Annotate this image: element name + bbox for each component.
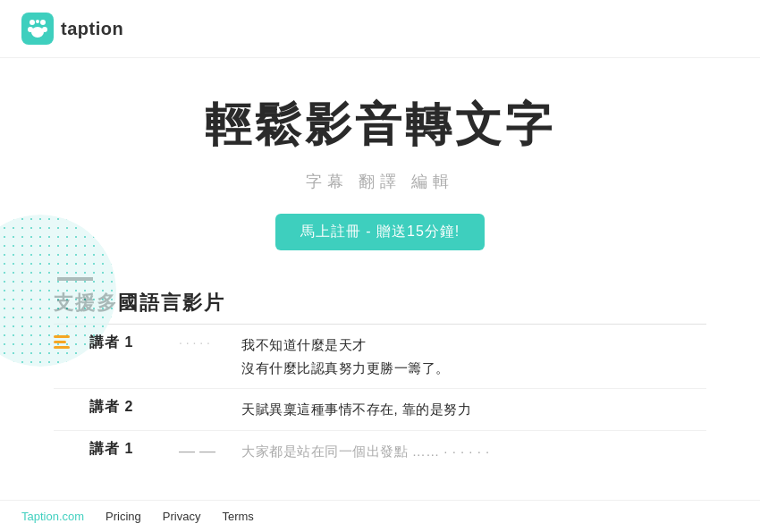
svg-point-3 bbox=[36, 20, 39, 23]
speaker-label: 講者 2 bbox=[89, 398, 161, 417]
feature-title: 支援多國語言影片 bbox=[54, 290, 706, 317]
footer: Taption.com Pricing Privacy Terms bbox=[0, 500, 760, 532]
icon-bar-1 bbox=[54, 335, 70, 338]
transcript-list: 講者 1 · · · · · 我不知道什麼是天才 沒有什麼比認真努力更勝一籌了。… bbox=[0, 325, 760, 458]
transcript-row: 講者 2 天賦異稟這種事情不存在, 靠的是努力 bbox=[54, 389, 706, 431]
cta-button[interactable]: 馬上註冊 - 贈送15分鐘! bbox=[275, 214, 485, 250]
transcript-text: 我不知道什麼是天才 沒有什麼比認真努力更勝一籌了。 bbox=[241, 334, 706, 379]
footer-link-terms[interactable]: Terms bbox=[222, 510, 253, 523]
svg-point-1 bbox=[30, 20, 35, 25]
speaker-dots: — — bbox=[179, 440, 224, 458]
svg-point-2 bbox=[40, 20, 46, 25]
transcript-line: 我不知道什麼是天才 bbox=[241, 334, 706, 357]
icon-bar-2 bbox=[54, 341, 66, 343]
footer-link-taption[interactable]: Taption.com bbox=[21, 510, 84, 523]
speaker-dots: · · · · · bbox=[179, 334, 224, 350]
transcript-row: 講者 1 · · · · · 我不知道什麼是天才 沒有什麼比認真努力更勝一籌了。 bbox=[54, 325, 706, 389]
footer-link-privacy[interactable]: Privacy bbox=[163, 510, 201, 523]
icon-bar-3 bbox=[54, 346, 70, 349]
taption-logo-icon bbox=[21, 13, 54, 45]
svg-point-6 bbox=[42, 27, 47, 32]
speaker-dots bbox=[179, 398, 224, 400]
svg-point-4 bbox=[31, 27, 44, 38]
hero-section: 輕鬆影音轉文字 字幕 翻譯 編輯 馬上註冊 - 贈送15分鐘! bbox=[0, 58, 760, 268]
svg-point-5 bbox=[28, 27, 33, 32]
speaker-icon bbox=[54, 335, 72, 349]
hero-title: 輕鬆影音轉文字 bbox=[18, 94, 742, 156]
navbar: taption bbox=[0, 0, 760, 58]
speaker-label: 講者 1 bbox=[89, 334, 161, 352]
transcript-text-partial: 大家都是站在同一個出發點 …… · · · · · · bbox=[241, 440, 706, 458]
transcript-line: 沒有什麼比認真努力更勝一籌了。 bbox=[241, 357, 706, 380]
footer-link-pricing[interactable]: Pricing bbox=[106, 510, 141, 523]
logo-text: taption bbox=[61, 19, 123, 39]
speaker-label: 講者 1 bbox=[89, 440, 161, 458]
logo-container[interactable]: taption bbox=[21, 13, 123, 45]
hero-subtitle: 字幕 翻譯 編輯 bbox=[18, 171, 742, 192]
transcript-row: 講者 1 — — 大家都是站在同一個出發點 …… · · · · · · bbox=[54, 431, 706, 458]
transcript-text: 天賦異稟這種事情不存在, 靠的是努力 bbox=[241, 398, 706, 421]
